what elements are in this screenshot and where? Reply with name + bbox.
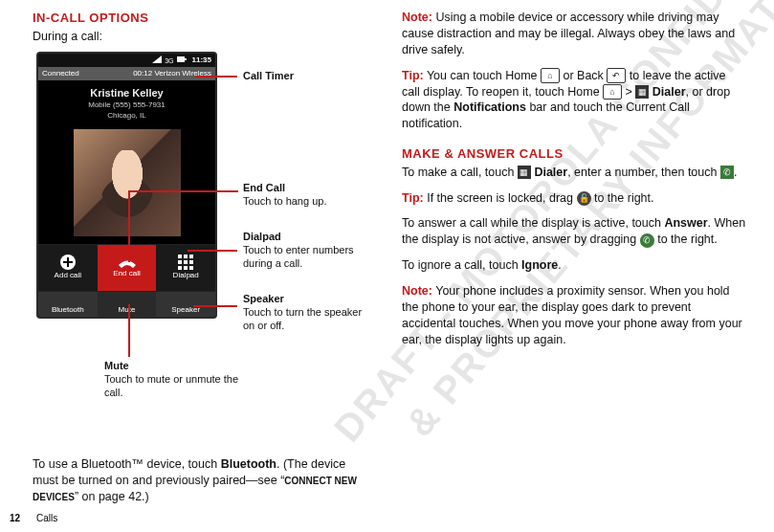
caller-info: Kristine Kelley Mobile (555) 555-7931 Ch… xyxy=(38,80,215,123)
dialgrid-icon xyxy=(177,254,194,271)
svg-rect-9 xyxy=(178,260,182,264)
svg-rect-14 xyxy=(189,266,193,270)
callout-timer: Call Timer xyxy=(243,70,294,83)
svg-rect-12 xyxy=(178,266,182,270)
page-footer: 12 Calls xyxy=(10,512,57,525)
svg-rect-8 xyxy=(189,255,193,258)
plus-circle-icon xyxy=(59,254,77,271)
svg-rect-11 xyxy=(189,260,193,264)
dialer-icon: ▦ xyxy=(518,166,531,179)
proximity-note: Note: Your phone includes a proximity se… xyxy=(402,283,746,348)
callout-mute: Mute Touch to mute or unmute the call. xyxy=(104,360,248,399)
caller-number: Mobile (555) 555-7931 xyxy=(38,100,215,111)
status-bar: 3G 11:35 xyxy=(38,54,215,67)
driving-note: Note: Using a mobile device or accessory… xyxy=(402,10,746,58)
ignore-paragraph: To ignore a call, touch Ignore. xyxy=(402,257,746,274)
end-call-label: End call xyxy=(113,269,140,279)
answer-drag-icon: ✆ xyxy=(640,233,654,248)
status-time: 11:35 xyxy=(192,55,211,66)
caller-city: Chicago, IL xyxy=(38,111,215,122)
callout-timer-title: Call Timer xyxy=(243,70,294,81)
callout-mute-title: Mute xyxy=(104,360,129,371)
bluetooth-paragraph: To use a Bluetooth™ device, touch Blueto… xyxy=(33,456,369,505)
callout-mute-body: Touch to mute or unmute the call. xyxy=(104,373,238,398)
callout-endcall-title: End Call xyxy=(243,182,285,193)
page-number: 12 xyxy=(10,513,20,523)
mute-label: Mute xyxy=(119,305,136,316)
section-name: Calls xyxy=(36,513,57,523)
tip-locked-screen: Tip: If the screen is locked, drag 🔓 to … xyxy=(402,190,746,207)
home-icon: ⌂ xyxy=(603,84,622,100)
hangup-icon xyxy=(117,255,138,269)
callout-line xyxy=(128,190,130,262)
section-heading-incall: In-call options xyxy=(33,10,369,27)
add-call-label: Add call xyxy=(55,271,81,281)
bluetooth-button[interactable]: Bluetooth xyxy=(38,291,98,318)
callout-speaker-title: Speaker xyxy=(243,293,284,304)
call-duration-carrier: 00:12 Verizon Wireless xyxy=(133,69,211,79)
home-icon: ⌂ xyxy=(541,68,560,83)
callout-speaker: Speaker Touch to turn the speaker on or … xyxy=(243,293,369,332)
svg-rect-2 xyxy=(185,58,187,60)
svg-rect-10 xyxy=(184,260,188,264)
svg-marker-0 xyxy=(152,55,162,63)
end-call-button[interactable]: End call xyxy=(98,244,157,291)
svg-rect-1 xyxy=(177,56,185,62)
tip-leave-call: Tip: You can touch Home ⌂ or Back ↶ to l… xyxy=(402,68,746,133)
call-icon: ✆ xyxy=(720,166,734,179)
svg-rect-5 xyxy=(63,261,73,263)
svg-rect-6 xyxy=(178,255,182,258)
callout-line xyxy=(188,250,237,252)
callout-dialpad-body: Touch to enter numbers during a call. xyxy=(243,244,354,269)
callout-speaker-body: Touch to turn the speaker on or off. xyxy=(243,306,362,331)
back-icon: ↶ xyxy=(607,68,626,83)
callout-dialpad-title: Dialpad xyxy=(243,231,281,242)
dialer-icon: ▦ xyxy=(635,85,649,99)
callout-endcall-body: Touch to hang up. xyxy=(243,195,326,207)
speaker-label: Speaker xyxy=(171,305,200,316)
3g-icon: 3G xyxy=(165,56,173,65)
battery-icon xyxy=(177,55,187,67)
caller-photo xyxy=(72,127,183,238)
callout-dialpad: Dialpad Touch to enter numbers during a … xyxy=(243,231,369,270)
callout-line xyxy=(195,76,237,78)
callout-endcall: End Call Touch to hang up. xyxy=(243,182,326,209)
speaker-button[interactable]: Speaker xyxy=(156,291,215,318)
bluetooth-label: Bluetooth xyxy=(52,305,84,316)
callout-line xyxy=(193,305,237,307)
unlock-icon: 🔓 xyxy=(577,191,591,206)
phone-mockup: 3G 11:35 Connected 00:12 Verizon Wireles… xyxy=(38,54,215,317)
connected-label: Connected xyxy=(42,69,79,79)
svg-rect-13 xyxy=(184,266,188,270)
callout-line xyxy=(128,190,238,192)
intro-text: During a call: xyxy=(33,29,369,45)
callout-line xyxy=(128,304,130,357)
signal-icon xyxy=(152,55,162,67)
add-call-button[interactable]: Add call xyxy=(38,244,98,291)
mute-button[interactable]: Mute xyxy=(98,291,157,318)
caller-name: Kristine Kelley xyxy=(38,86,215,100)
dialpad-label: Dialpad xyxy=(173,271,199,281)
section-heading-make-answer: Make & answer calls xyxy=(402,145,746,163)
make-call-paragraph: To make a call, touch ▦ Dialer, enter a … xyxy=(402,165,746,181)
svg-rect-7 xyxy=(184,255,188,258)
answer-paragraph: To answer a call while the display is ac… xyxy=(402,215,746,248)
connection-row: Connected 00:12 Verizon Wireless xyxy=(38,67,215,80)
